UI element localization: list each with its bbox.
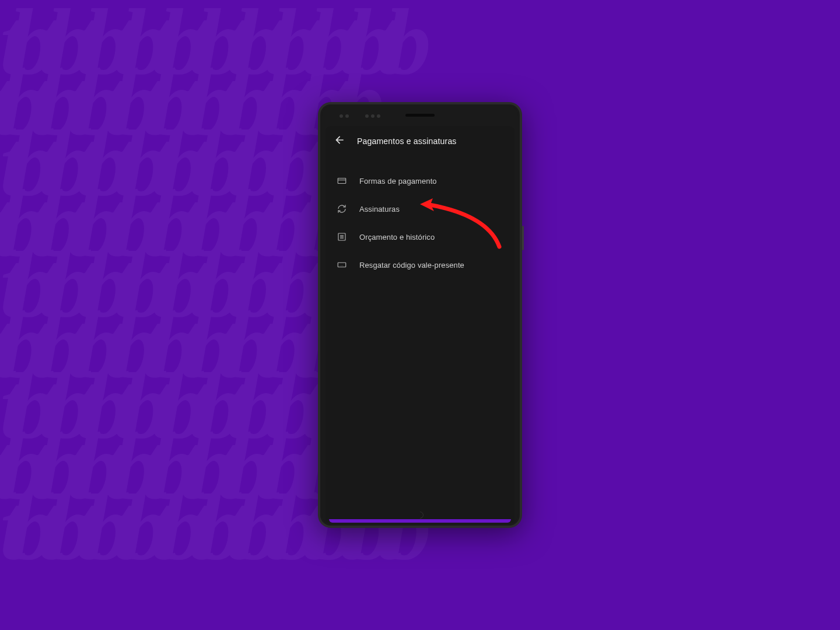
nav-bar-accent <box>329 519 511 523</box>
refresh-icon <box>336 203 348 215</box>
svg-point-7 <box>340 265 341 266</box>
menu-item-label: Orçamento e histórico <box>359 233 435 242</box>
home-indicator <box>415 510 425 520</box>
menu-item-payment-methods[interactable]: Formas de pagamento <box>326 167 514 195</box>
phone-screen: Pagamentos e assinaturas Formas de pagam… <box>326 126 514 523</box>
page-title: Pagamentos e assinaturas <box>357 136 457 146</box>
app-bar: Pagamentos e assinaturas <box>326 126 514 156</box>
gift-code-icon <box>336 259 348 271</box>
svg-point-9 <box>342 265 343 266</box>
arrow-left-icon <box>334 134 345 146</box>
phone-camera-dots <box>365 114 380 118</box>
menu-item-label: Formas de pagamento <box>359 177 437 186</box>
menu-item-subscriptions[interactable]: Assinaturas <box>326 195 514 223</box>
phone-sensor-dots <box>340 114 349 118</box>
svg-rect-6 <box>338 262 346 267</box>
credit-card-icon <box>336 175 348 187</box>
back-button[interactable] <box>334 134 345 148</box>
menu-item-label: Resgatar código vale-presente <box>359 261 464 270</box>
settings-menu-list: Formas de pagamento Assinaturas Orçament… <box>326 156 514 279</box>
svg-rect-0 <box>338 178 346 184</box>
phone-earpiece <box>405 114 435 117</box>
phone-power-button <box>522 226 524 250</box>
menu-item-budget-history[interactable]: Orçamento e histórico <box>326 223 514 251</box>
phone-mockup-frame: Pagamentos e assinaturas Formas de pagam… <box>318 102 522 528</box>
svg-point-8 <box>341 265 342 266</box>
menu-item-label: Assinaturas <box>359 205 400 214</box>
list-icon <box>336 231 348 243</box>
menu-item-redeem-code[interactable]: Resgatar código vale-presente <box>326 251 514 279</box>
